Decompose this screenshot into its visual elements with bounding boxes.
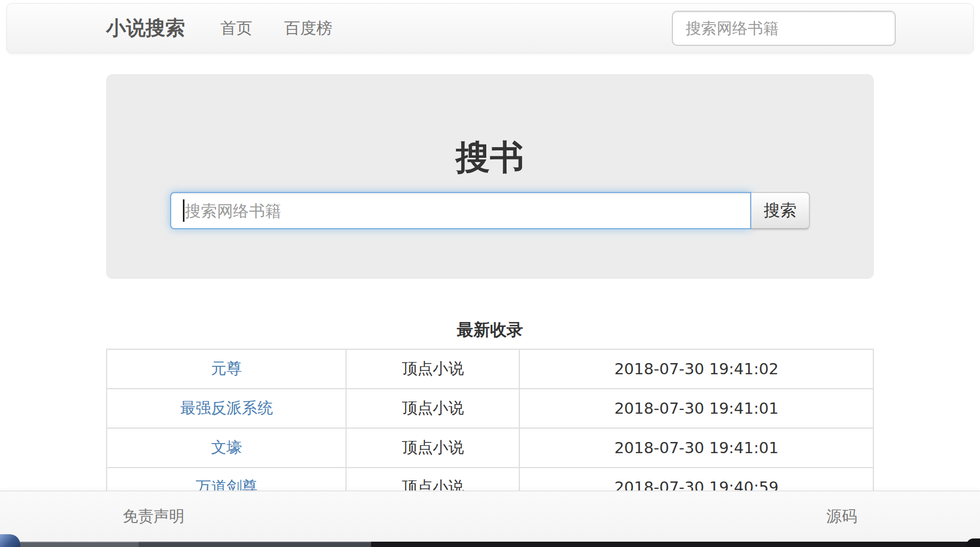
- navbar-search-input[interactable]: [672, 11, 896, 46]
- hero-search-input[interactable]: [170, 192, 751, 229]
- latest-table: 元尊 顶点小说 2018-07-30 19:41:02 最强反派系统 顶点小说 …: [106, 349, 874, 508]
- book-time-cell: 2018-07-30 19:41:02: [519, 349, 873, 389]
- page-title: 搜书: [170, 140, 810, 174]
- table-row: 最强反派系统 顶点小说 2018-07-30 19:41:01: [107, 389, 873, 428]
- main-container: 搜书 搜索 最新收录 元尊 顶点小说 2018-07-30 19:41:02: [90, 74, 890, 508]
- disclaimer-link[interactable]: 免责声明: [123, 506, 184, 527]
- top-navbar: 小说搜索 首页 百度榜: [6, 3, 974, 53]
- book-time-cell: 2018-07-30 19:41:01: [519, 389, 873, 428]
- nav-item-home[interactable]: 首页: [204, 18, 268, 39]
- hero-search-group: 搜索: [170, 192, 810, 229]
- dock-strip: [0, 542, 980, 547]
- navbar-search-form: [672, 11, 896, 46]
- nav-item-baidu-rank[interactable]: 百度榜: [268, 18, 348, 39]
- book-title-cell: 文壕: [107, 428, 346, 468]
- book-source-cell: 顶点小说: [346, 349, 519, 389]
- dock-segment: [371, 542, 980, 547]
- book-title-cell: 元尊: [107, 349, 346, 389]
- book-title-cell: 最强反派系统: [107, 389, 346, 428]
- book-source-cell: 顶点小说: [346, 389, 519, 428]
- page-footer: 免责声明 源码: [0, 490, 980, 542]
- latest-table-body: 元尊 顶点小说 2018-07-30 19:41:02 最强反派系统 顶点小说 …: [107, 349, 873, 507]
- latest-section-heading: 最新收录: [106, 320, 874, 339]
- brand-link[interactable]: 小说搜索: [106, 15, 185, 42]
- dock-segment: [139, 542, 371, 547]
- source-code-link[interactable]: 源码: [826, 506, 857, 527]
- window-corner: [966, 538, 980, 547]
- book-link[interactable]: 元尊: [211, 359, 242, 377]
- dock-segment: [0, 542, 139, 547]
- text-cursor: [183, 199, 184, 222]
- search-button[interactable]: 搜索: [751, 192, 810, 229]
- book-link[interactable]: 最强反派系统: [180, 399, 273, 417]
- hero-panel: 搜书 搜索: [106, 74, 874, 279]
- book-source-cell: 顶点小说: [346, 428, 519, 468]
- footer-container: 免责声明 源码: [90, 492, 890, 542]
- table-row: 元尊 顶点小说 2018-07-30 19:41:02: [107, 349, 873, 389]
- navbar-container: 小说搜索 首页 百度榜: [90, 4, 890, 53]
- book-time-cell: 2018-07-30 19:41:01: [519, 428, 873, 468]
- nav-links: 首页 百度榜: [204, 18, 348, 39]
- table-row: 文壕 顶点小说 2018-07-30 19:41:01: [107, 428, 873, 468]
- book-link[interactable]: 文壕: [211, 438, 242, 456]
